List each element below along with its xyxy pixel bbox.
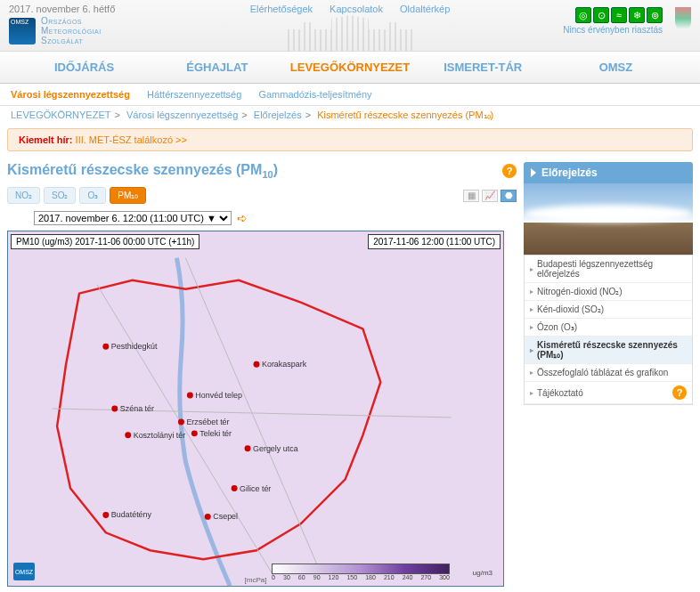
city-marker[interactable]: Korakaspark (254, 360, 307, 369)
svg-text:Korakaspark: Korakaspark (262, 360, 307, 369)
sidebar-item[interactable]: ▸Kén-dioxid (SO₂) (525, 301, 692, 319)
alert-icon-1[interactable]: ◎ (575, 7, 591, 23)
nav-omsz[interactable]: OMSZ (549, 52, 682, 83)
alert-icons[interactable]: ◎ ⊙ ≈ ❄ ⊚ (563, 7, 663, 23)
sidebar: Előrejelzés ▸Budapesti légszennyezettség… (524, 162, 693, 405)
alert-area: ◎ ⊙ ≈ ❄ ⊚ Nincs érvényben riasztás (563, 7, 691, 35)
svg-text:Erzsébet tér: Erzsébet tér (186, 418, 229, 426)
map-container[interactable]: PM10 (ug/m3) 2017-11-06 00:00 UTC (+11h)… (7, 231, 504, 587)
view-chart-icon[interactable]: 📈 (482, 190, 498, 202)
crumb-1[interactable]: LEVEGŐKÖRNYEZET (11, 109, 110, 120)
city-marker[interactable]: Honvéd telep (187, 391, 242, 400)
sub-nav: Városi légszennyezettség Háttérszennyeze… (0, 84, 700, 106)
view-table-icon[interactable]: ▦ (463, 190, 479, 202)
legend-gradient (272, 564, 450, 574)
page-title: Kisméretű részecske szennyezés (PM10) (7, 162, 278, 180)
sidebar-item[interactable]: ▸Tájékoztató? (525, 382, 692, 404)
city-marker[interactable]: Kosztolányi tér (125, 431, 185, 440)
link-sitemap[interactable]: Oldaltérkép (400, 4, 450, 14)
svg-point-24 (205, 514, 211, 520)
map-svg: PesthidegkútKorakasparkHonvéd telepSzéna… (8, 231, 503, 586)
map-legend: 0306090120150180210240270300 (272, 564, 450, 580)
alert-icon-4[interactable]: ❄ (629, 7, 645, 23)
svg-text:Pesthidegkút: Pesthidegkút (111, 343, 158, 352)
logo-badge-icon (9, 18, 36, 45)
svg-text:Gilice tér: Gilice tér (240, 484, 271, 493)
sidebar-image (524, 183, 693, 255)
help-icon[interactable]: ? (502, 164, 517, 178)
svg-text:Teleki tér: Teleki tér (199, 429, 232, 438)
chevron-right-icon: ▸ (530, 369, 533, 377)
time-row: 2017. november 6. 12:00 (11:00 UTC) ▼ ➪ (7, 211, 517, 225)
svg-point-16 (125, 433, 131, 439)
map-label-left: PM10 (ug/m3) 2017-11-06 00:00 UTC (+11h) (11, 234, 199, 249)
pill-pm10[interactable]: PM₁₀ (110, 187, 146, 204)
alert-icon-5[interactable]: ⊚ (647, 7, 663, 23)
current-date: 2017. november 6. hétfő (9, 4, 115, 14)
pill-so2[interactable]: SO₂ (44, 187, 76, 204)
nav-climate[interactable]: ÉGHAJLAT (151, 52, 283, 83)
chevron-right-icon: ▸ (530, 323, 533, 331)
sidebar-heading: Előrejelzés (524, 162, 693, 183)
alert-text[interactable]: Nincs érvényben riasztás (563, 25, 663, 35)
svg-point-18 (245, 445, 251, 451)
view-switch: ▦ 📈 ⬣ (463, 190, 517, 202)
svg-point-12 (178, 419, 184, 426)
coat-of-arms-icon (675, 7, 691, 30)
chevron-right-icon: ▸ (530, 346, 533, 354)
main-column: Kisméretű részecske szennyezés (PM10) ? … (7, 162, 517, 587)
svg-point-22 (102, 512, 109, 518)
city-marker[interactable]: Erzsébet tér (178, 418, 230, 426)
svg-text:Kosztolányi tér: Kosztolányi tér (134, 431, 186, 440)
link-contacts[interactable]: Elérhetőségek (250, 4, 313, 14)
city-marker[interactable]: Pesthidegkút (102, 343, 158, 352)
next-time-button[interactable]: ➪ (237, 211, 248, 225)
svg-text:Honvéd telep: Honvéd telep (195, 391, 242, 400)
highlight-label: Kiemelt hír: (19, 134, 73, 145)
svg-text:Széna tér: Széna tér (120, 404, 154, 413)
subnav-urban[interactable]: Városi légszennyezettség (11, 89, 130, 100)
subnav-background[interactable]: Háttérszennyezettség (147, 89, 241, 100)
nav-weather[interactable]: IDŐJÁRÁS (18, 52, 151, 83)
svg-point-8 (187, 393, 193, 399)
pill-o3[interactable]: O₃ (79, 187, 106, 204)
link-connections[interactable]: Kapcsolatok (330, 4, 383, 14)
map-logo-icon: OMSZ (13, 563, 35, 580)
map-credit: [mcPa] (245, 576, 267, 584)
nav-air[interactable]: LEVEGŐKÖRNYEZET (283, 52, 416, 83)
sidebar-item[interactable]: ▸Ózon (O₃) (525, 319, 692, 337)
alert-icon-3[interactable]: ≈ (611, 7, 627, 23)
crumb-2[interactable]: Városi légszennyezettség (126, 109, 238, 120)
chevron-right-icon: ▸ (530, 265, 533, 273)
svg-text:Gergely utca: Gergely utca (253, 444, 298, 453)
view-map-icon[interactable]: ⬣ (501, 190, 517, 202)
svg-point-14 (191, 431, 198, 437)
sidebar-item[interactable]: ▸Budapesti légszennyezettség előrejelzés (525, 255, 692, 283)
pill-no2[interactable]: NO₂ (7, 187, 40, 204)
logo-area[interactable]: Országos Meteorológiai Szolgálat (9, 16, 102, 45)
alert-icon-2[interactable]: ⊙ (593, 7, 609, 23)
triangle-icon (531, 168, 536, 177)
subnav-gamma[interactable]: Gammadózis-teljesítmény (258, 89, 371, 100)
sidebar-item[interactable]: ▸Kisméretű részecske szennyezés (PM₁₀) (525, 337, 692, 364)
crumb-last: Kisméretű részecske szennyezés (PM₁₀) (317, 109, 493, 120)
svg-text:Budatétény: Budatétény (111, 511, 152, 520)
time-select[interactable]: 2017. november 6. 12:00 (11:00 UTC) ▼ (34, 211, 232, 225)
breadcrumb: LEVEGŐKÖRNYEZET> Városi légszennyezettsé… (0, 106, 700, 125)
sidebar-list: ▸Budapesti légszennyezettség előrejelzés… (524, 255, 693, 405)
org-name: Országos Meteorológiai Szolgálat (41, 16, 102, 45)
svg-text:Csepel: Csepel (213, 513, 238, 522)
sidebar-item[interactable]: ▸Összefoglaló táblázat és grafikon (525, 364, 692, 382)
crumb-3[interactable]: Előrejelzés (254, 109, 302, 120)
chevron-right-icon: ▸ (530, 389, 533, 397)
highlight-bar: Kiemelt hír: III. MET-ÉSZ találkozó >> (7, 128, 693, 151)
highlight-link[interactable]: III. MET-ÉSZ találkozó >> (76, 134, 187, 145)
nav-knowledge[interactable]: ISMERET-TÁR (417, 52, 549, 83)
svg-point-20 (232, 485, 238, 491)
chevron-right-icon: ▸ (530, 288, 533, 296)
help-icon[interactable]: ? (672, 385, 687, 400)
sidebar-item[interactable]: ▸Nitrogén-dioxid (NO₂) (525, 283, 692, 301)
city-marker[interactable]: Gergely utca (245, 444, 298, 453)
building-decoration (288, 15, 412, 51)
map-label-right: 2017-11-06 12:00 (11:00 UTC) (368, 234, 501, 249)
